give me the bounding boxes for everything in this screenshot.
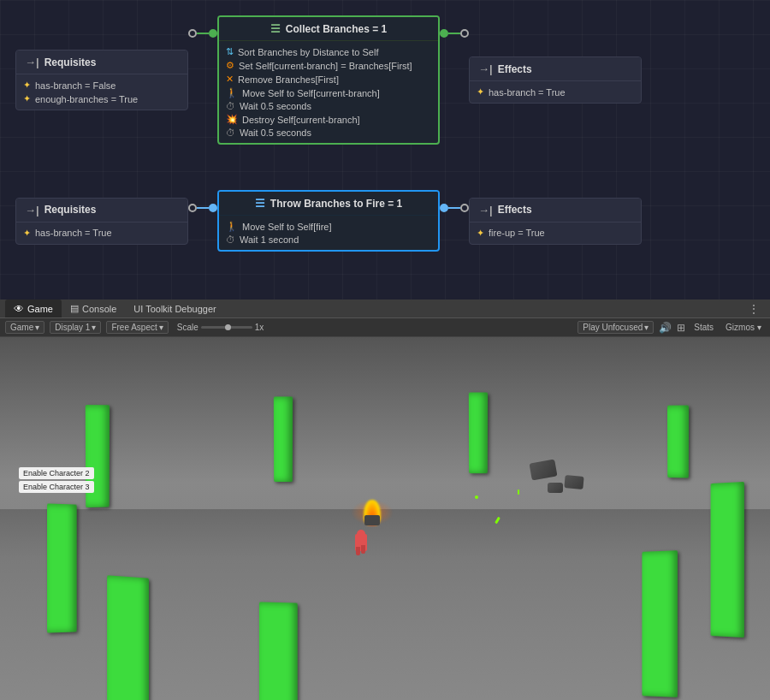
spark-1 <box>475 495 478 499</box>
action-header-1: ☰ Collect Branches = 1 <box>219 17 438 41</box>
game-viewport: Enable Character 2 Enable Character 3 <box>0 337 770 700</box>
action-body-2: 🚶 Move Self to Self[fire] ⏱ Wait 1 secon… <box>219 216 438 250</box>
display-dropdown[interactable]: Display 1 ▾ <box>50 321 101 334</box>
console-tab-icon: ▤ <box>70 303 79 314</box>
port-effects2-in <box>460 204 469 212</box>
tab-game[interactable]: 👁 Game <box>5 300 62 317</box>
game-chevron: ▾ <box>35 323 39 332</box>
req2-star-1: ✦ <box>23 228 31 239</box>
options-right: Play Unfocused ▾ 🔊 ⊞ Stats Gizmos ▾ <box>578 321 765 334</box>
requisites-title-1: Requisites <box>44 56 97 68</box>
tab-console[interactable]: ▤ Console <box>62 300 125 317</box>
effects-node-2: →| Effects ✦ fire-up = True <box>469 198 642 245</box>
req1-text-2: enough-branches = True <box>35 94 138 104</box>
effects2-text-1: fire-up = True <box>489 228 545 238</box>
play-label: Play Unfocused <box>583 323 643 332</box>
tab-ui-toolkit[interactable]: UI Toolkit Debugger <box>125 300 224 317</box>
aspect-label: Free Aspect <box>111 323 157 332</box>
action-menu-icon-2: ☰ <box>255 197 265 210</box>
effects-header-1: →| Effects <box>470 57 641 81</box>
action1-icon-7: ⏱ <box>226 128 235 138</box>
scale-slider[interactable] <box>201 326 252 329</box>
requisites-header-2: →| Requisites <box>16 199 187 222</box>
requisites-node-1: →| Requisites ✦ has-branch = False ✦ eno… <box>15 50 188 110</box>
action1-item-3: ✕ Remove Branches[First] <box>226 74 431 85</box>
grid-icon[interactable]: ⊞ <box>677 322 685 334</box>
display-label: Display 1 <box>55 323 90 332</box>
req1-item-2: ✦ enough-branches = True <box>23 93 181 104</box>
fire-box <box>364 515 380 525</box>
action1-text-6: Destroy Self[current-branch] <box>242 115 360 125</box>
mute-icon[interactable]: 🔊 <box>659 322 672 334</box>
line-2a <box>197 207 209 209</box>
effects-node-1: →| Effects ✦ has-branch = True <box>469 56 642 104</box>
req1-item-1: ✦ has-branch = False <box>23 80 181 91</box>
fire-effect <box>359 491 385 525</box>
scene-label-char3: Enable Character 3 <box>19 481 94 493</box>
action1-text-4: Move Self to Self[current-branch] <box>242 88 380 98</box>
action2-item-1: 🚶 Move Self to Self[fire] <box>226 221 431 232</box>
action1-item-7: ⏱ Wait 0.5 seconds <box>226 128 431 138</box>
action1-text-3: Remove Branches[First] <box>238 74 339 85</box>
more-options-icon[interactable]: ⋮ <box>743 302 765 316</box>
stats-button[interactable]: Stats <box>690 322 717 333</box>
pillar-3 <box>469 393 488 474</box>
game-panel: 👁 Game ▤ Console UI Toolkit Debugger ⋮ G… <box>0 300 770 700</box>
effects1-text-1: has-branch = True <box>489 87 566 98</box>
effects1-item-1: ✦ has-branch = True <box>477 86 634 98</box>
tab-bar: 👁 Game ▤ Console UI Toolkit Debugger ⋮ <box>0 300 770 318</box>
character <box>353 530 369 555</box>
char-leg-right <box>361 545 365 554</box>
requisites-icon-1: →| <box>25 56 39 68</box>
req1-star-1: ✦ <box>23 80 31 91</box>
port-action1-out <box>440 29 448 38</box>
connector-2a <box>188 204 217 212</box>
pillar-8 <box>259 602 298 700</box>
scale-dot <box>225 324 231 330</box>
game-dropdown[interactable]: Game ▾ <box>5 321 44 334</box>
port-req1-out <box>188 29 197 38</box>
gizmos-button[interactable]: Gizmos ▾ <box>722 322 765 333</box>
play-dropdown[interactable]: Play Unfocused ▾ <box>578 321 654 334</box>
action1-text-5: Wait 0.5 seconds <box>240 101 311 111</box>
action1-item-1: ⇅ Sort Branches by Distance to Self <box>226 46 431 57</box>
effects2-item-1: ✦ fire-up = True <box>477 228 634 239</box>
action-menu-icon-1: ☰ <box>270 22 281 35</box>
action1-item-6: 💥 Destroy Self[current-branch] <box>226 114 431 125</box>
rock-3 <box>548 483 563 493</box>
pillar-6 <box>711 482 744 638</box>
req1-text-1: has-branch = False <box>35 80 116 91</box>
connector-2b <box>440 204 469 212</box>
effects-title-2: Effects <box>498 204 532 216</box>
port-action1-in <box>209 29 217 38</box>
req1-star-2: ✦ <box>23 93 31 104</box>
effects-header-2: →| Effects <box>470 199 641 222</box>
scale-label: Scale <box>177 323 198 332</box>
action1-icon-6: 💥 <box>226 114 238 125</box>
connector-1a <box>188 29 217 38</box>
action1-text-7: Wait 0.5 seconds <box>240 128 311 138</box>
effects2-star-1: ✦ <box>477 228 484 239</box>
gizmos-chevron: ▾ <box>757 323 761 332</box>
req2-text-1: has-branch = True <box>35 228 112 238</box>
req2-item-1: ✦ has-branch = True <box>23 228 181 239</box>
action1-item-2: ⚙ Set Self[current-branch] = Branches[Fi… <box>226 60 431 71</box>
port-action2-out <box>440 204 448 212</box>
line-2b <box>448 207 460 209</box>
aspect-chevron: ▾ <box>159 323 163 332</box>
line-1b <box>448 33 460 34</box>
pillar-9 <box>642 550 678 697</box>
action-title-2: Throw Branches to Fire = 1 <box>270 198 402 210</box>
pillar-4 <box>667 406 689 478</box>
row2-group: →| Requisites ✦ has-branch = True ☰ Thro… <box>15 190 642 252</box>
port-action2-in <box>209 204 217 212</box>
action-node-2: ☰ Throw Branches to Fire = 1 🚶 Move Self… <box>217 190 440 252</box>
aspect-dropdown[interactable]: Free Aspect ▾ <box>106 321 168 334</box>
spark-3 <box>518 489 519 495</box>
action-title-1: Collect Branches = 1 <box>286 23 387 35</box>
scale-control: Scale 1x <box>174 322 268 333</box>
action1-icon-1: ⇅ <box>226 46 234 57</box>
scene-label-char2: Enable Character 2 <box>19 467 94 479</box>
connector-1b <box>440 29 469 38</box>
behavior-tree-panel: →| Requisites ✦ has-branch = False ✦ eno… <box>0 0 770 300</box>
